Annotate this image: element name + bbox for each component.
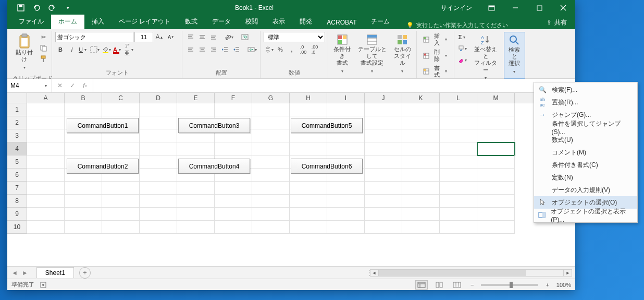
view-page-layout-button[interactable] — [433, 280, 445, 290]
tab-insert[interactable]: 挿入 — [84, 15, 112, 29]
cell-M6[interactable] — [477, 169, 515, 182]
row-1[interactable]: 1 — [7, 103, 27, 116]
name-box[interactable]: M4▾ — [7, 79, 52, 92]
cell-L6[interactable] — [440, 169, 477, 182]
border-button[interactable]: ▾ — [90, 44, 100, 55]
fx-button[interactable]: fx — [79, 80, 91, 91]
row-2[interactable]: 2 — [7, 116, 27, 129]
row-6[interactable]: 6 — [7, 169, 27, 182]
percent-button[interactable]: % — [275, 44, 286, 55]
cell-C4[interactable] — [102, 142, 140, 155]
col-H[interactable]: H — [290, 93, 327, 103]
cell-J2[interactable] — [365, 116, 402, 129]
col-G[interactable]: G — [252, 93, 290, 103]
cell-A10[interactable] — [27, 221, 65, 234]
col-L[interactable]: L — [440, 93, 477, 103]
col-J[interactable]: J — [365, 93, 402, 103]
share-button[interactable]: ⇪共有 — [538, 16, 575, 29]
cell-E10[interactable] — [177, 221, 215, 234]
cancel-button[interactable]: ✕ — [54, 80, 66, 91]
cell-F7[interactable] — [215, 182, 252, 195]
row-4[interactable]: 4 — [7, 142, 27, 155]
horizontal-scrollbar[interactable] — [378, 269, 564, 277]
conditional-formatting-button[interactable]: 条件付き 書式▾ — [331, 32, 353, 78]
cell-K7[interactable] — [402, 182, 440, 195]
tab-file[interactable]: ファイル — [11, 15, 51, 29]
cell-H8[interactable] — [290, 195, 327, 208]
cell-I8[interactable] — [327, 195, 365, 208]
command-button-3[interactable]: CommandButton3 — [178, 118, 250, 133]
cell-L1[interactable] — [440, 103, 477, 116]
col-K[interactable]: K — [402, 93, 440, 103]
tab-data[interactable]: データ — [205, 15, 238, 29]
cell-M10[interactable] — [477, 221, 515, 234]
cell-E8[interactable] — [177, 195, 215, 208]
col-D[interactable]: D — [140, 93, 177, 103]
tab-acrobat[interactable]: ACROBAT — [319, 16, 364, 29]
cell-G6[interactable] — [252, 169, 290, 182]
cell-H4[interactable] — [290, 142, 327, 155]
cell-A9[interactable] — [27, 208, 65, 221]
row-5[interactable]: 5 — [7, 155, 27, 169]
cell-A1[interactable] — [27, 103, 65, 116]
cell-K10[interactable] — [402, 221, 440, 234]
fill-color-button[interactable]: ▾ — [101, 44, 112, 55]
increase-indent-button[interactable] — [231, 44, 242, 55]
row-3[interactable]: 3 — [7, 129, 27, 142]
cell-L10[interactable] — [440, 221, 477, 234]
col-F[interactable]: F — [215, 93, 252, 103]
bold-button[interactable]: B — [55, 44, 66, 55]
align-right-button[interactable] — [208, 44, 219, 55]
cell-A8[interactable] — [27, 195, 65, 208]
align-top-button[interactable] — [185, 32, 196, 42]
zoom-level[interactable]: 100% — [556, 282, 571, 288]
cell-K2[interactable] — [402, 116, 440, 129]
zoom-in-button[interactable]: + — [543, 282, 551, 288]
row-10[interactable]: 10 — [7, 221, 27, 234]
tab-home[interactable]: ホーム — [51, 15, 84, 29]
command-button-4[interactable]: CommandButton4 — [178, 159, 250, 174]
cell-K9[interactable] — [402, 208, 440, 221]
align-middle-button[interactable] — [197, 32, 207, 42]
redo-icon[interactable] — [45, 1, 59, 15]
underline-button[interactable]: U▾ — [78, 44, 89, 55]
cell-F9[interactable] — [215, 208, 252, 221]
hscroll-right[interactable]: ► — [564, 269, 572, 277]
cell-J3[interactable] — [365, 129, 402, 142]
menu-formulas[interactable]: 数式(U) — [534, 134, 637, 146]
sheet-tab-1[interactable]: Sheet1 — [36, 267, 74, 278]
cell-J6[interactable] — [365, 169, 402, 182]
cell-G7[interactable] — [252, 182, 290, 195]
cell-D9[interactable] — [140, 208, 177, 221]
macro-record-icon[interactable] — [40, 281, 47, 289]
cell-E4[interactable] — [177, 142, 215, 155]
cell-F10[interactable] — [215, 221, 252, 234]
cell-L3[interactable] — [440, 129, 477, 142]
align-left-button[interactable] — [185, 44, 196, 55]
menu-replace[interactable]: abac置換(R)... — [534, 96, 637, 109]
save-icon[interactable] — [14, 1, 28, 15]
cell-I1[interactable] — [327, 103, 365, 116]
cell-M9[interactable] — [477, 208, 515, 221]
cell-J10[interactable] — [365, 221, 402, 234]
cell-L7[interactable] — [440, 182, 477, 195]
sheet-next-button[interactable]: ► — [22, 269, 28, 277]
cut-button[interactable]: ✂ — [38, 32, 48, 42]
find-select-button[interactable]: 検索と 選択▾ — [504, 32, 526, 79]
cell-J4[interactable] — [365, 142, 402, 155]
cell-G10[interactable] — [252, 221, 290, 234]
cell-A6[interactable] — [27, 169, 65, 182]
cell-B10[interactable] — [65, 221, 102, 234]
col-M[interactable]: M — [477, 93, 515, 103]
cell-L5[interactable] — [440, 155, 477, 169]
grow-font-button[interactable]: A▲ — [154, 32, 165, 42]
col-I[interactable]: I — [327, 93, 365, 103]
font-color-button[interactable]: A▾ — [113, 44, 123, 55]
cell-G1[interactable] — [252, 103, 290, 116]
command-button-1[interactable]: CommandButton1 — [67, 118, 139, 133]
cell-D4[interactable] — [140, 142, 177, 155]
shrink-font-button[interactable]: A▼ — [166, 32, 176, 42]
hscroll-left[interactable]: ◄ — [370, 269, 378, 277]
merge-center-button[interactable]: ▾ — [247, 44, 257, 55]
row-7[interactable]: 7 — [7, 182, 27, 195]
